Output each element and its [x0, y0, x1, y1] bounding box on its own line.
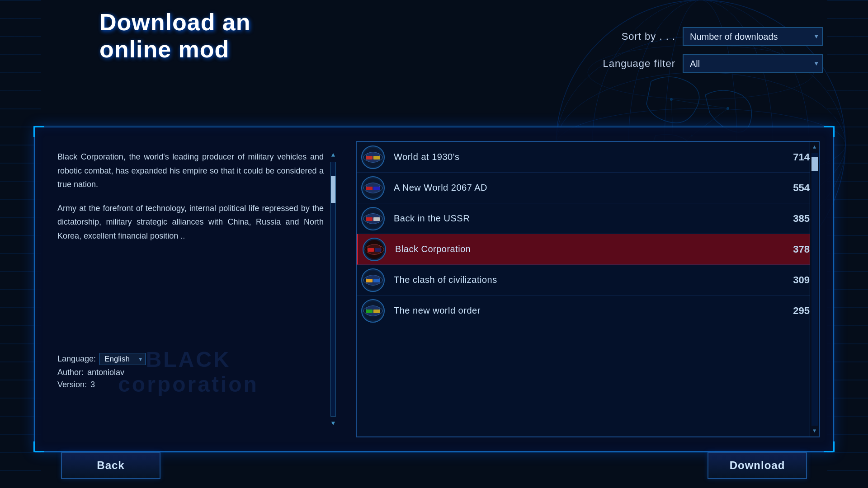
svg-point-9: [670, 98, 673, 101]
language-select[interactable]: English French German Spanish Russian: [99, 353, 146, 365]
mod-icon-0: [361, 145, 385, 169]
scroll-down-arrow[interactable]: ▼: [329, 418, 337, 428]
list-scroll-track: [811, 153, 818, 426]
author-row: Author: antoniolav: [57, 368, 146, 377]
page-title: Download an online mod: [99, 9, 251, 63]
language-label: Language:: [57, 354, 96, 364]
svg-rect-41: [366, 310, 373, 313]
mod-item-0[interactable]: World at 1930's 714: [357, 142, 819, 173]
svg-rect-42: [373, 310, 380, 313]
version-row: Version: 3: [57, 380, 146, 389]
author-label: Author:: [57, 368, 84, 377]
sort-select-wrapper: Number of downloads Name Date Rating: [683, 27, 823, 46]
mod-name-5: The new world order: [394, 305, 793, 316]
filter-row: Language filter All English French Germa…: [603, 54, 823, 73]
svg-rect-26: [373, 187, 380, 190]
description-pane: Black Corporation, the world's leading p…: [35, 127, 342, 451]
sort-label: Sort by . . .: [622, 31, 675, 42]
list-pane: World at 1930's 714 A New World 2067 AD …: [342, 127, 833, 451]
mod-icon-1: [361, 176, 385, 200]
svg-rect-38: [373, 279, 380, 282]
mod-item-4[interactable]: The clash of civilizations 309: [357, 265, 819, 296]
mod-name-0: World at 1930's: [394, 152, 793, 162]
meta-section: Language: English French German Spanish …: [57, 353, 146, 392]
sort-select[interactable]: Number of downloads Name Date Rating: [683, 27, 823, 46]
mod-name-4: The clash of civilizations: [394, 275, 793, 285]
language-filter-select[interactable]: All English French German Spanish Russia…: [683, 54, 823, 73]
svg-rect-30: [373, 217, 380, 221]
desc-paragraph-2: Army at the forefront of technology, int…: [57, 202, 324, 243]
svg-rect-33: [368, 248, 374, 252]
mod-count-4: 309: [793, 274, 810, 286]
list-scroll-thumb[interactable]: [811, 157, 818, 171]
mod-name-1: A New World 2067 AD: [394, 183, 793, 193]
main-panel: Black Corporation, the world's leading p…: [34, 127, 834, 452]
desc-paragraph-1: Black Corporation, the world's leading p…: [57, 150, 324, 192]
language-row: Language: English French German Spanish …: [57, 353, 146, 365]
svg-rect-34: [375, 248, 381, 252]
download-button[interactable]: Download: [708, 452, 807, 479]
mod-item-1[interactable]: A New World 2067 AD 554: [357, 173, 819, 203]
svg-point-10: [726, 107, 729, 110]
mod-name-3: Black Corporation: [395, 244, 793, 254]
scroll-up-arrow[interactable]: ▲: [329, 150, 337, 160]
mod-name-2: Back in the USSR: [394, 213, 793, 224]
scroll-thumb[interactable]: [331, 176, 335, 203]
mod-count-1: 554: [793, 182, 810, 194]
back-button[interactable]: Back: [61, 452, 160, 479]
mod-icon-5: [361, 299, 385, 323]
list-scroll-down[interactable]: ▼: [810, 426, 819, 436]
mod-list: World at 1930's 714 A New World 2067 AD …: [356, 141, 820, 437]
version-label: Version:: [57, 380, 87, 389]
desc-scrollbar[interactable]: ▲ ▼: [329, 150, 337, 428]
svg-rect-29: [366, 217, 373, 221]
mod-item-2[interactable]: Back in the USSR 385: [357, 203, 819, 234]
sort-row: Sort by . . . Number of downloads Name D…: [622, 27, 823, 46]
lang-select-wrapper: English French German Spanish Russian: [99, 353, 146, 365]
mod-icon-2: [361, 207, 385, 230]
svg-rect-25: [366, 187, 373, 190]
mod-count-5: 295: [793, 305, 810, 317]
list-scrollbar[interactable]: ▲ ▼: [810, 142, 819, 436]
author-value: antoniolav: [87, 368, 124, 377]
svg-rect-22: [373, 156, 380, 160]
mod-item-3[interactable]: Black Corporation 378: [357, 234, 819, 265]
svg-rect-37: [366, 279, 373, 282]
scroll-track: [330, 162, 336, 417]
mod-count-0: 714: [793, 151, 810, 163]
filter-select-wrapper: All English French German Spanish Russia…: [683, 54, 823, 73]
mod-icon-3: [363, 238, 386, 261]
mod-item-5[interactable]: The new world order 295: [357, 296, 819, 326]
svg-line-14: [671, 99, 728, 108]
filter-label: Language filter: [603, 58, 675, 70]
list-scroll-up[interactable]: ▲: [810, 142, 819, 153]
version-value: 3: [90, 380, 95, 389]
mod-count-2: 385: [793, 213, 810, 225]
mod-count-3: 378: [793, 244, 810, 255]
controls-area: Sort by . . . Number of downloads Name D…: [603, 27, 823, 73]
bottom-bar: Back Download: [34, 452, 834, 479]
mod-icon-4: [361, 268, 385, 292]
svg-rect-21: [366, 156, 373, 160]
